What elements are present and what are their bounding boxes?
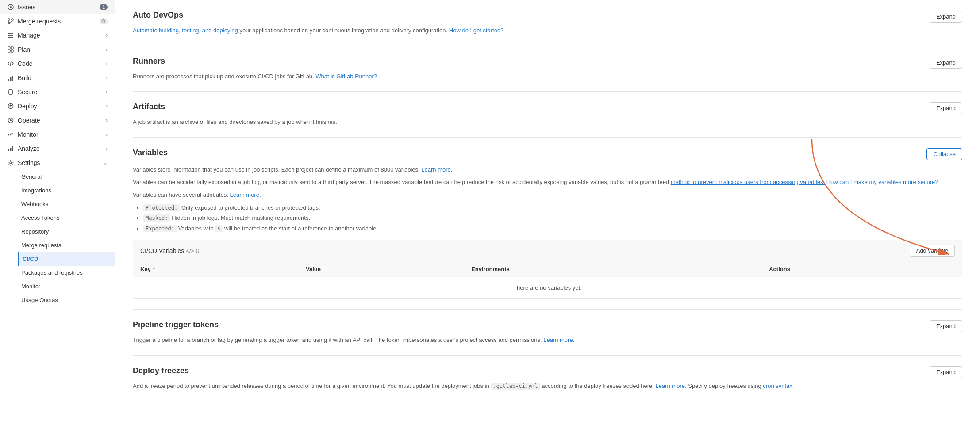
sidebar-item-webhooks[interactable]: Webhooks xyxy=(18,197,115,211)
variables-para2-link1[interactable]: method to prevent malicious users from a… xyxy=(671,179,825,185)
variables-list-item-2: Masked: Hidden in job logs. Must match m… xyxy=(143,214,962,222)
sidebar-item-secure[interactable]: Secure › xyxy=(0,85,115,99)
deploy-icon xyxy=(7,103,14,110)
build-chevron: › xyxy=(106,75,108,81)
variables-para2: Variables can be accidentally exposed in… xyxy=(133,178,962,187)
sidebar-item-usage-quotas[interactable]: Usage Quotas xyxy=(18,293,115,307)
variables-para3-normal: Variables can have several attributes. xyxy=(133,191,228,198)
runners-desc: Runners are processes that pick up and e… xyxy=(133,72,962,81)
svg-rect-10 xyxy=(8,50,10,52)
masked-code: Masked: xyxy=(143,214,170,222)
sidebar-item-manage[interactable]: Manage › xyxy=(0,28,115,42)
pipeline-trigger-link[interactable]: Learn more. xyxy=(543,337,574,343)
sidebar-item-monitor-sub[interactable]: Monitor xyxy=(18,280,115,293)
variables-table-title: CI/CD Variables </> 0 xyxy=(140,247,199,254)
sidebar-item-analyze[interactable]: Analyze › xyxy=(0,142,115,156)
variables-code-icon: </> xyxy=(186,248,196,254)
runners-header: Runners Expand xyxy=(133,57,962,69)
svg-point-18 xyxy=(10,119,12,121)
artifacts-section: Artifacts Expand A job artifact is an ar… xyxy=(133,92,962,138)
variables-para2-link2[interactable]: How can I make my variables more secure? xyxy=(826,179,938,185)
sidebar-item-deploy[interactable]: Deploy › xyxy=(0,99,115,113)
artifacts-expand-btn[interactable]: Expand xyxy=(930,102,962,114)
sidebar-item-build[interactable]: Build › xyxy=(0,71,115,85)
deploy-freezes-header: Deploy freezes Expand xyxy=(133,366,962,378)
variables-para3-link[interactable]: Learn more. xyxy=(230,191,261,198)
analyze-icon xyxy=(7,145,14,152)
svg-rect-20 xyxy=(10,148,12,151)
svg-rect-6 xyxy=(8,35,13,36)
variables-collapse-btn[interactable]: Collapse xyxy=(926,148,962,160)
sidebar: Issues 1 Merge requests 0 Manage › Plan xyxy=(0,0,115,425)
variables-table-head: Key ↑ Value Environments Actions xyxy=(133,261,962,277)
sidebar-item-merge-requests-sub[interactable]: Merge requests xyxy=(18,238,115,252)
svg-rect-11 xyxy=(11,50,13,52)
variables-list: Protected: Only exposed to protected bra… xyxy=(143,203,962,233)
deploy-freezes-section: Deploy freezes Expand Add a freeze perio… xyxy=(133,356,962,402)
deploy-freezes-link2[interactable]: cron syntax. xyxy=(763,383,794,389)
sidebar-item-integrations[interactable]: Integrations xyxy=(18,184,115,197)
sidebar-item-packages-registries[interactable]: Packages and registries xyxy=(18,266,115,280)
auto-devops-link2[interactable]: How do I get started? xyxy=(449,27,504,34)
sidebar-item-ci-cd[interactable]: CI/CD xyxy=(18,252,115,266)
variables-table: Key ↑ Value Environments Actions There a… xyxy=(133,261,962,298)
col-value: Value xyxy=(299,261,464,277)
sidebar-item-monitor[interactable]: Monitor › xyxy=(0,127,115,142)
sidebar-item-repository[interactable]: Repository xyxy=(18,225,115,238)
runners-expand-btn[interactable]: Expand xyxy=(930,57,962,69)
col-key: Key ↑ xyxy=(133,261,299,277)
svg-rect-13 xyxy=(8,79,9,81)
code-icon xyxy=(7,60,14,67)
svg-rect-9 xyxy=(11,47,13,49)
svg-rect-8 xyxy=(8,47,10,49)
deploy-freezes-title: Deploy freezes xyxy=(133,366,189,375)
sidebar-item-code[interactable]: Code › xyxy=(0,57,115,71)
col-actions: Actions xyxy=(762,261,962,277)
variables-list-item-1: Protected: Only exposed to protected bra… xyxy=(143,203,962,212)
variables-table-header: CI/CD Variables </> 0 Add variable xyxy=(133,240,962,261)
svg-rect-21 xyxy=(12,146,13,151)
plan-chevron: › xyxy=(106,46,108,53)
sidebar-item-settings[interactable]: Settings ⌄ xyxy=(0,156,115,170)
issues-icon xyxy=(7,4,14,11)
variables-para3: Variables can have several attributes. L… xyxy=(133,191,962,200)
svg-point-22 xyxy=(10,162,12,164)
sidebar-item-general[interactable]: General xyxy=(18,170,115,184)
dollar-code: $ xyxy=(215,225,223,232)
variables-para1-link[interactable]: Learn more. xyxy=(421,166,452,173)
protected-text: Only exposed to protected branches or pr… xyxy=(181,204,320,211)
secure-icon xyxy=(7,88,14,96)
sidebar-item-plan[interactable]: Plan › xyxy=(0,42,115,57)
variables-para2-normal1: Variables can be accidentally exposed in… xyxy=(133,179,669,185)
manage-chevron: › xyxy=(106,32,108,38)
variables-para1: Variables store information that you can… xyxy=(133,165,962,175)
pipeline-trigger-expand-btn[interactable]: Expand xyxy=(930,320,962,332)
plan-icon xyxy=(7,46,14,53)
runners-link[interactable]: What is GitLab Runner? xyxy=(315,73,377,80)
sidebar-item-issues[interactable]: Issues 1 xyxy=(0,0,115,14)
variables-empty-msg: There are no variables yet. xyxy=(133,277,962,299)
operate-icon xyxy=(7,117,14,124)
deploy-freezes-link1[interactable]: Learn more. xyxy=(656,383,687,389)
secure-chevron: › xyxy=(106,89,108,95)
variables-para1-normal: Variables store information that you can… xyxy=(133,166,420,173)
manage-icon xyxy=(7,32,14,39)
analyze-chevron: › xyxy=(106,145,108,152)
deploy-freezes-expand-btn[interactable]: Expand xyxy=(930,366,962,378)
auto-devops-desc-normal: your applications based on your continuo… xyxy=(239,27,447,34)
code-chevron: › xyxy=(106,61,108,67)
expanded-text: Variables with $ will be treated as the … xyxy=(178,225,378,232)
add-variable-btn[interactable]: Add variable xyxy=(910,245,955,257)
sidebar-item-merge-requests[interactable]: Merge requests 0 xyxy=(0,14,115,28)
deploy-freezes-desc-normal2: according to the deploy freezes added he… xyxy=(542,383,654,389)
variables-section: Variables Collapse Variables store infor… xyxy=(133,138,962,310)
merge-icon xyxy=(7,18,14,25)
auto-devops-link1[interactable]: Automate building, testing, and deployin… xyxy=(133,27,238,34)
sidebar-item-access-tokens[interactable]: Access Tokens xyxy=(18,211,115,225)
sidebar-item-operate[interactable]: Operate › xyxy=(0,113,115,127)
auto-devops-expand-btn[interactable]: Expand xyxy=(930,11,962,23)
auto-devops-section: Auto DevOps Expand Automate building, te… xyxy=(133,0,962,46)
protected-code: Protected: xyxy=(143,204,180,211)
svg-point-2 xyxy=(8,19,10,20)
deploy-freezes-code: .gitlab-ci.yml xyxy=(491,383,540,390)
